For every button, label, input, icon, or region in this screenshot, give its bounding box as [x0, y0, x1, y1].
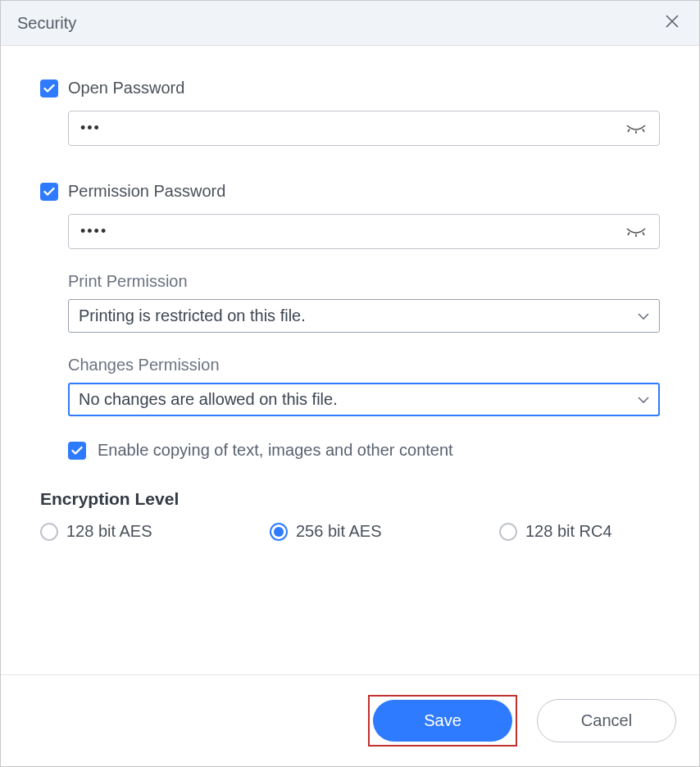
close-icon — [665, 14, 680, 29]
check-icon — [43, 84, 55, 93]
radio-icon — [499, 523, 517, 541]
save-button[interactable]: Save — [373, 700, 512, 742]
print-permission-value: Printing is restricted on this file. — [79, 306, 306, 325]
chevron-down-icon — [638, 309, 649, 324]
enable-copy-row: Enable copying of text, images and other… — [68, 441, 660, 460]
changes-permission-select[interactable]: No changes are allowed on this file. — [68, 383, 660, 416]
print-permission-label: Print Permission — [68, 272, 660, 291]
eye-closed-icon — [625, 123, 647, 134]
encryption-option-128-aes[interactable]: 128 bit AES — [40, 522, 270, 541]
eye-closed-icon — [625, 226, 647, 238]
svg-line-3 — [628, 232, 630, 235]
encryption-option-label: 128 bit AES — [66, 522, 152, 541]
svg-line-0 — [628, 129, 630, 132]
open-password-checkbox[interactable] — [40, 79, 58, 98]
open-password-label: Open Password — [68, 79, 184, 98]
enable-copy-checkbox[interactable] — [68, 442, 86, 460]
open-password-section: Open Password ••• — [40, 79, 660, 146]
changes-permission-label: Changes Permission — [68, 356, 660, 374]
svg-line-5 — [643, 232, 644, 235]
save-button-highlight: Save — [368, 695, 517, 747]
open-password-input[interactable]: ••• — [68, 111, 660, 146]
open-password-visibility-toggle[interactable] — [625, 121, 648, 136]
encryption-option-label: 256 bit AES — [296, 522, 382, 541]
close-button[interactable] — [661, 12, 683, 34]
chevron-down-icon — [638, 393, 649, 407]
open-password-row: Open Password — [40, 79, 660, 98]
encryption-option-128-rc4[interactable]: 128 bit RC4 — [499, 522, 612, 541]
svg-line-2 — [643, 129, 644, 132]
permission-password-value: •••• — [80, 223, 625, 240]
enable-copy-label: Enable copying of text, images and other… — [98, 441, 453, 460]
dialog-title: Security — [17, 14, 76, 33]
encryption-option-256-aes[interactable]: 256 bit AES — [270, 522, 499, 541]
open-password-value: ••• — [80, 120, 625, 137]
encryption-options: 128 bit AES 256 bit AES 128 bit RC4 — [40, 522, 660, 541]
encryption-option-label: 128 bit RC4 — [525, 522, 612, 541]
check-icon — [71, 446, 83, 456]
permission-password-row: Permission Password — [40, 182, 660, 201]
cancel-button[interactable]: Cancel — [537, 699, 676, 742]
encryption-title: Encryption Level — [40, 489, 660, 509]
permission-password-label: Permission Password — [68, 182, 225, 201]
check-icon — [43, 187, 55, 197]
dialog-footer: Save Cancel — [1, 674, 699, 766]
radio-icon — [40, 523, 58, 541]
security-dialog: Security Open Password ••• — [0, 0, 700, 767]
encryption-section: Encryption Level 128 bit AES 256 bit AES… — [40, 489, 660, 541]
titlebar: Security — [1, 1, 699, 46]
permission-password-visibility-toggle[interactable] — [625, 225, 648, 239]
dialog-content: Open Password ••• P — [1, 46, 699, 674]
radio-icon — [270, 523, 288, 541]
print-permission-select[interactable]: Printing is restricted on this file. — [68, 299, 660, 333]
changes-permission-value: No changes are allowed on this file. — [79, 390, 338, 409]
permission-password-section: Permission Password •••• Print Permissio… — [40, 182, 660, 460]
permission-password-checkbox[interactable] — [40, 183, 58, 201]
permission-password-input[interactable]: •••• — [68, 214, 660, 249]
